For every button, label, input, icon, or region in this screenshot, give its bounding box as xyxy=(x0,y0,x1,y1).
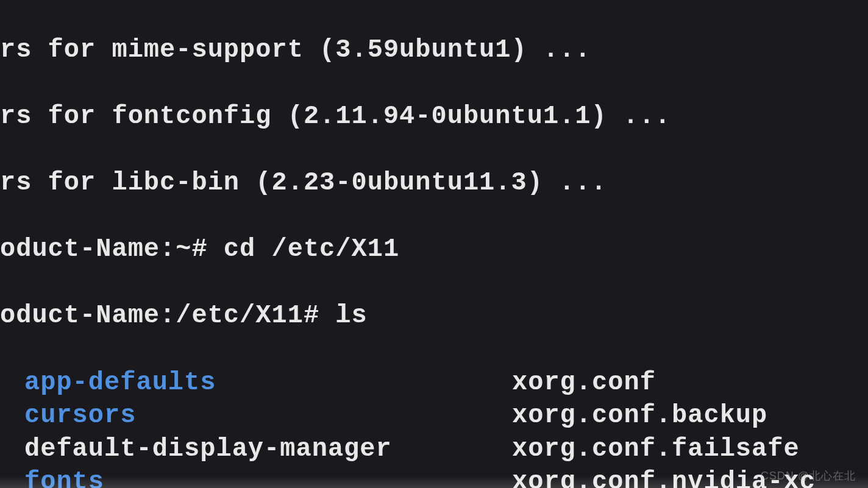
watermark-text: CSDN @北心在北 xyxy=(761,469,856,483)
ls-entry-file: xorg.conf.backup xyxy=(512,399,868,433)
ls-column-1: app-defaults cursors default-display-man… xyxy=(0,366,512,488)
ls-entry-dir: app-defaults xyxy=(24,366,512,400)
ls-entry-file: default-display-manager xyxy=(24,433,512,466)
ls-entry-dir: cursors xyxy=(24,399,512,433)
ls-entry-file: xorg.conf.failsafe xyxy=(512,433,868,466)
ls-output: app-defaults cursors default-display-man… xyxy=(0,366,868,488)
prompt-line: oduct-Name:~# cd /etc/X11 xyxy=(0,233,868,266)
ls-entry-file: xorg.conf xyxy=(512,366,868,400)
monitor-edge xyxy=(0,476,868,488)
output-line: rs for fontconfig (2.11.94-0ubuntu1.1) .… xyxy=(0,100,868,133)
output-line: rs for mime-support (3.59ubuntu1) ... xyxy=(0,34,868,67)
prompt-line: oduct-Name:/etc/X11# ls xyxy=(0,299,868,333)
output-line: rs for libc-bin (2.23-0ubuntu11.3) ... xyxy=(0,166,868,200)
terminal-output[interactable]: rs for mime-support (3.59ubuntu1) ... rs… xyxy=(0,0,868,488)
